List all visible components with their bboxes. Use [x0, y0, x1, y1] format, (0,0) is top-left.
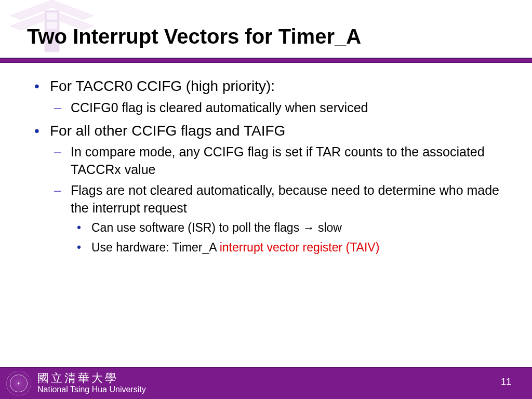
page-number: 11 — [501, 377, 511, 388]
footer-text: 國立清華大學 National Tsing Hua University — [37, 373, 146, 394]
bullet-l2: Flags are not cleared automatically, bec… — [50, 182, 501, 256]
bullet-text: Flags are not cleared automatically, bec… — [71, 183, 499, 215]
bullet-text: For all other CCIFG flags and TAIFG — [50, 123, 285, 139]
slide-content: For TACCR0 CCIFG (high priority): CCIFG0… — [0, 63, 532, 256]
bullet-l1: For all other CCIFG flags and TAIFG In c… — [31, 121, 501, 256]
bullet-l3: Can use software (ISR) to poll the flags… — [71, 220, 501, 236]
university-name-chinese: 國立清華大學 — [37, 373, 146, 384]
bullet-l1: For TACCR0 CCIFG (high priority): CCIFG0… — [31, 76, 501, 117]
slide-footer: ✦ 國立清華大學 National Tsing Hua University 1… — [0, 367, 532, 399]
highlight-text: interrupt vector register (TAIV) — [220, 241, 380, 254]
university-seal-icon: ✦ — [6, 371, 31, 396]
bullet-l2: In compare mode, any CCIFG flag is set i… — [50, 143, 501, 179]
bullet-l2: CCIFG0 flag is cleared automatically whe… — [50, 99, 501, 117]
bullet-text: Use hardware: Timer_A — [91, 241, 220, 254]
bullet-text: For TACCR0 CCIFG (high priority): — [50, 78, 275, 94]
university-name-english: National Tsing Hua University — [37, 385, 146, 394]
slide-title: Two Interrupt Vectors for Timer_A — [0, 0, 532, 58]
bullet-l3: Use hardware: Timer_A interrupt vector r… — [71, 240, 501, 256]
